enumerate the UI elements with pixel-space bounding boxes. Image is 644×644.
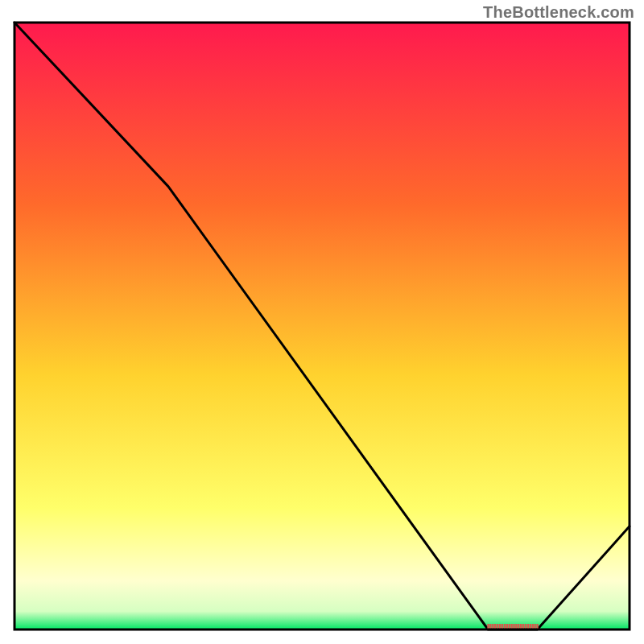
gradient-background	[14, 23, 630, 630]
plot-area	[14, 23, 630, 630]
bottleneck-chart	[0, 0, 644, 644]
watermark-text: TheBottleneck.com	[483, 3, 634, 22]
chart-container: TheBottleneck.com	[0, 0, 644, 644]
